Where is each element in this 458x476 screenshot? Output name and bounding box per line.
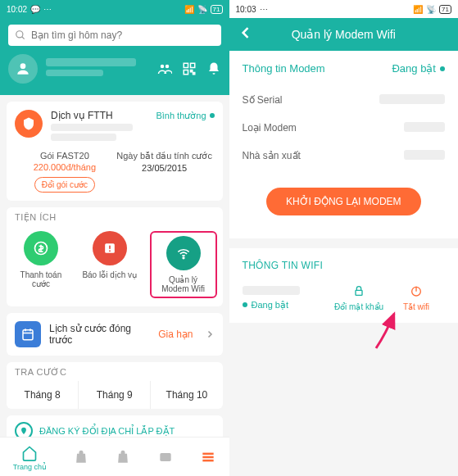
bell-icon[interactable] xyxy=(206,61,221,76)
calendar-icon xyxy=(15,321,41,347)
utilities-card: TIỆN ÍCH Thanh toán cước Báo lỗi dịch vụ… xyxy=(7,207,223,306)
history-label: Lịch sử cước đóng trước xyxy=(49,323,150,346)
svg-rect-23 xyxy=(356,290,362,295)
utility-modem-highlight: Quản lý Modem Wifi xyxy=(150,231,217,298)
search-input[interactable] xyxy=(31,29,215,41)
wifi-section-title: THÔNG TIN WIFI xyxy=(243,260,446,271)
status-bar: 10:02 💬 ⋯ 📶 📡 71 xyxy=(0,0,229,18)
chevron-right-icon xyxy=(205,329,215,339)
wifi-icon xyxy=(175,245,192,261)
svg-point-2 xyxy=(20,63,26,69)
user-info xyxy=(46,58,149,79)
utility-modem[interactable]: Quản lý Modem Wifi xyxy=(155,236,212,293)
svg-point-4 xyxy=(165,65,169,69)
month-item[interactable]: Tháng 9 xyxy=(79,381,151,409)
status-bar: 10:03 ⋯ 📶 📡 71 xyxy=(229,0,459,18)
modem-status: Đang bật xyxy=(392,62,445,75)
service-status: Bình thường xyxy=(156,111,214,121)
wifi-section: THÔNG TIN WIFI Đang bật Đổi mật khẩu Tắt… xyxy=(229,248,459,323)
plan-price: 220.000đ/tháng xyxy=(15,162,115,172)
serial-row: Số Serial xyxy=(229,86,459,114)
svg-rect-6 xyxy=(190,63,194,67)
modem-info-header: Thông tin Modem Đang bật xyxy=(229,51,459,86)
search-bar[interactable] xyxy=(8,25,221,46)
svg-rect-15 xyxy=(23,330,33,340)
month-item[interactable]: Tháng 10 xyxy=(151,381,222,409)
bag-icon xyxy=(115,449,131,465)
wifi-name xyxy=(243,286,300,295)
chevron-left-icon xyxy=(238,25,254,41)
alert-icon xyxy=(102,240,118,256)
mfr-row: Nhà sản xuất xyxy=(229,142,459,175)
card-icon xyxy=(157,449,174,465)
app-header xyxy=(0,18,229,95)
svg-rect-9 xyxy=(193,73,194,75)
utility-payment[interactable]: Thanh toán cước xyxy=(12,231,70,298)
plan-name: Gói FAST20 xyxy=(15,151,115,161)
billing-card: TRA CƯỚC Tháng 8 Tháng 9 Tháng 10 xyxy=(7,362,223,409)
restart-modem-button[interactable]: KHỞI ĐỘNG LẠI MODEM xyxy=(266,188,421,215)
svg-rect-5 xyxy=(184,63,188,67)
nav-home[interactable]: Trang chủ xyxy=(13,445,47,471)
chat-icon: 💬 xyxy=(30,5,40,14)
utilities-title: TIỆN ÍCH xyxy=(7,207,223,226)
signal-icon: 📶 xyxy=(184,5,194,14)
svg-point-3 xyxy=(160,65,164,69)
history-card[interactable]: Lịch sử cước đóng trước Gia hạn xyxy=(7,313,223,356)
renew-link[interactable]: Gia hạn xyxy=(158,329,193,340)
svg-line-1 xyxy=(22,37,25,39)
svg-rect-7 xyxy=(184,70,188,75)
change-plan-button[interactable]: Đổi gói cước xyxy=(34,177,95,193)
mfr-value xyxy=(404,150,445,160)
svg-rect-8 xyxy=(190,70,192,72)
billing-title: TRA CƯỚC xyxy=(7,362,223,381)
avatar[interactable] xyxy=(8,54,38,84)
battery-icon: 71 xyxy=(439,5,451,14)
svg-rect-13 xyxy=(109,251,111,252)
wifi-icon: 📡 xyxy=(426,5,436,14)
change-password-button[interactable]: Đổi mật khẩu xyxy=(330,284,388,311)
nav-item-2[interactable] xyxy=(73,449,89,467)
status-time: 10:03 xyxy=(236,5,256,14)
status-time: 10:02 xyxy=(7,5,27,14)
serial-value xyxy=(379,94,445,104)
svg-point-14 xyxy=(183,257,184,259)
billing-start-date: 23/05/2015 xyxy=(115,163,215,173)
bag-icon xyxy=(73,449,89,465)
dollar-icon xyxy=(33,240,49,256)
type-row: Loại Modem xyxy=(229,114,459,142)
turn-off-wifi-button[interactable]: Tắt wifi xyxy=(388,284,445,311)
svg-point-0 xyxy=(16,31,23,38)
home-icon xyxy=(21,445,38,461)
service-name: Dịch vụ FTTH xyxy=(51,110,113,121)
nav-item-4[interactable] xyxy=(157,449,174,467)
wifi-icon: 📡 xyxy=(197,5,207,14)
nav-item-3[interactable] xyxy=(115,449,131,467)
register-label: ĐĂNG KÝ ĐỔI ĐỊA CHỈ LẮP ĐẶT xyxy=(39,426,175,437)
modem-info-label: Thông tin Modem xyxy=(243,62,325,75)
page-title: Quản lý Modem Wifi xyxy=(257,28,431,41)
page-header: Quản lý Modem Wifi xyxy=(229,18,459,51)
menu-icon xyxy=(200,449,216,465)
month-item[interactable]: Tháng 8 xyxy=(7,381,79,409)
service-icon xyxy=(15,110,43,138)
utility-report[interactable]: Báo lỗi dịch vụ xyxy=(81,231,138,298)
signal-icon: 📶 xyxy=(413,5,423,14)
search-icon xyxy=(15,29,26,41)
service-card: Dịch vụ FTTH Bình thường Gói FAST20 220.… xyxy=(7,102,223,201)
bottom-nav: Trang chủ xyxy=(0,437,229,476)
qr-icon[interactable] xyxy=(182,61,197,76)
battery-icon: 71 xyxy=(211,5,223,14)
svg-rect-12 xyxy=(109,246,111,249)
wifi-status: Đang bật xyxy=(243,300,331,311)
group-icon[interactable] xyxy=(157,61,172,76)
power-icon xyxy=(410,284,423,297)
svg-rect-19 xyxy=(160,453,170,461)
lock-icon xyxy=(352,284,365,297)
type-value xyxy=(404,122,445,132)
billing-start-label: Ngày bắt đầu tính cước xyxy=(115,151,215,161)
back-button[interactable] xyxy=(238,25,257,44)
nav-menu[interactable] xyxy=(200,449,216,467)
